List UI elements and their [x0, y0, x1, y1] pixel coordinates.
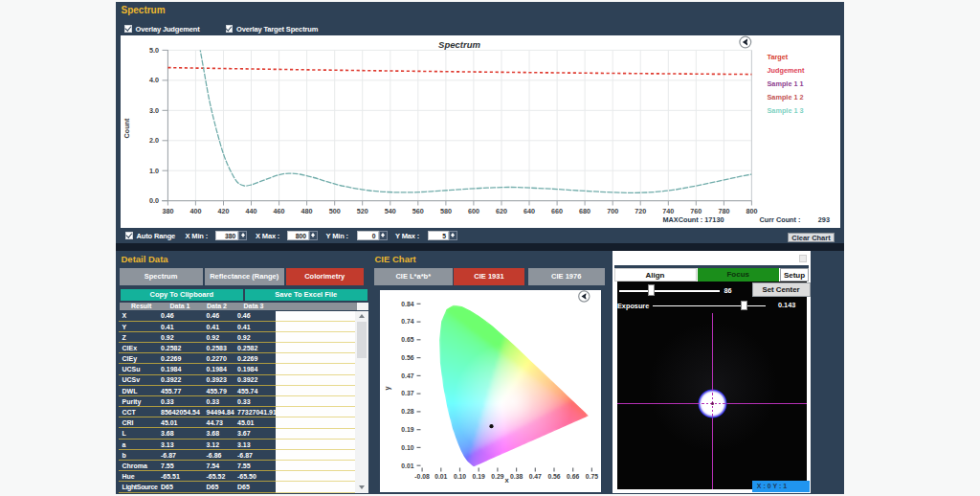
svg-text:0.56: 0.56	[547, 472, 560, 479]
svg-text:640: 640	[523, 207, 535, 215]
svg-text:3.0: 3.0	[149, 106, 159, 115]
svg-text:520: 520	[357, 207, 368, 215]
svg-text:y: y	[383, 385, 391, 390]
svg-text:460: 460	[274, 207, 285, 215]
svg-text:780: 780	[718, 207, 729, 215]
svg-text:2.0: 2.0	[149, 136, 159, 145]
svg-text:400: 400	[189, 207, 201, 215]
svg-text:0.56: 0.56	[401, 353, 413, 360]
svg-text:Sample 1 2: Sample 1 2	[768, 93, 804, 101]
svg-text:Judgement: Judgement	[768, 66, 805, 75]
svg-text:Count: Count	[122, 118, 131, 138]
svg-text:0.74: 0.74	[401, 318, 413, 325]
svg-text:-0.08: -0.08	[414, 472, 430, 479]
svg-text:480: 480	[301, 207, 313, 215]
svg-text:0.0: 0.0	[149, 196, 159, 205]
svg-text:0.19: 0.19	[401, 426, 413, 433]
svg-text:700: 700	[607, 207, 618, 215]
svg-text:380: 380	[162, 207, 173, 215]
svg-text:Target: Target	[768, 53, 789, 61]
svg-text:420: 420	[218, 207, 230, 215]
svg-text:0.01: 0.01	[401, 462, 413, 468]
svg-text:660: 660	[551, 207, 563, 215]
svg-text:680: 680	[579, 207, 590, 215]
svg-text:540: 540	[385, 207, 396, 215]
svg-text:500: 500	[329, 207, 341, 215]
svg-text:600: 600	[468, 207, 479, 215]
svg-text:0.10: 0.10	[454, 472, 466, 479]
svg-text:0.28: 0.28	[401, 408, 413, 415]
svg-text:560: 560	[412, 207, 424, 215]
svg-text:5.0: 5.0	[149, 46, 159, 55]
svg-text:0.10: 0.10	[401, 443, 413, 450]
svg-text:760: 760	[690, 207, 702, 215]
svg-text:800: 800	[746, 207, 757, 215]
svg-text:MAXCount : 17130: MAXCount : 17130	[662, 215, 724, 224]
svg-text:1.0: 1.0	[149, 167, 159, 175]
svg-text:293: 293	[818, 215, 830, 224]
svg-text:0.65: 0.65	[401, 336, 413, 343]
svg-text:0.37: 0.37	[401, 390, 413, 396]
svg-text:740: 740	[662, 207, 674, 215]
svg-text:0.01: 0.01	[434, 472, 447, 479]
svg-text:0.84: 0.84	[401, 300, 413, 306]
svg-text:0.47: 0.47	[401, 372, 413, 378]
svg-text:0.75: 0.75	[586, 472, 598, 479]
svg-text:4.0: 4.0	[149, 76, 159, 84]
svg-text:x: x	[504, 476, 509, 485]
svg-text:720: 720	[635, 207, 646, 215]
svg-text:580: 580	[440, 207, 452, 215]
svg-text:Spectrum: Spectrum	[438, 39, 480, 50]
svg-text:0.66: 0.66	[567, 472, 579, 479]
svg-text:Sample 1 1: Sample 1 1	[768, 79, 804, 88]
svg-text:Sample 1 3: Sample 1 3	[768, 106, 804, 115]
svg-text:0.29: 0.29	[491, 472, 503, 479]
svg-text:0.47: 0.47	[529, 472, 542, 479]
svg-text:440: 440	[246, 207, 257, 215]
svg-text:620: 620	[496, 207, 507, 215]
svg-text:0.19: 0.19	[473, 472, 485, 479]
svg-text:0.38: 0.38	[510, 472, 523, 479]
svg-text:Curr Count :: Curr Count :	[760, 215, 801, 224]
